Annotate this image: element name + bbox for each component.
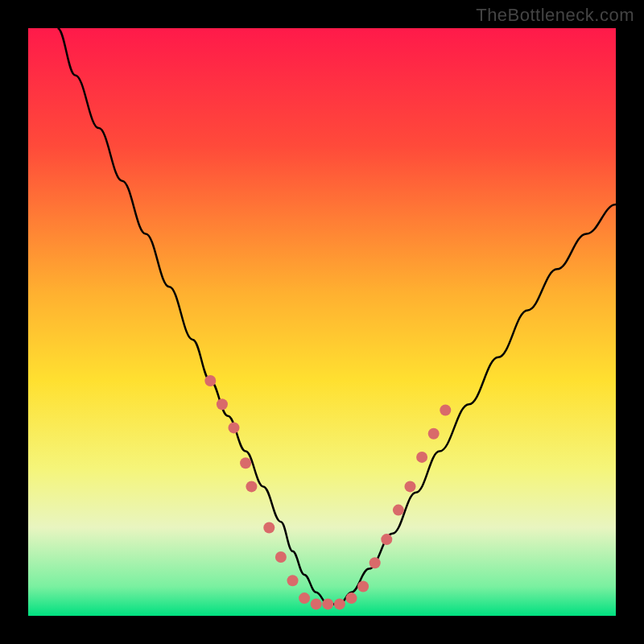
highlight-dot (393, 505, 404, 516)
highlight-dot (405, 481, 416, 492)
highlight-dot (263, 522, 275, 534)
highlight-dot (246, 481, 257, 492)
highlight-dot (416, 452, 427, 463)
highlight-dot (440, 405, 451, 416)
highlight-dot (229, 422, 240, 433)
highlight-dot (322, 598, 333, 609)
highlight-dot (428, 428, 440, 440)
highlight-dot (240, 457, 251, 469)
highlight-dot (217, 398, 228, 410)
highlight-dot (287, 575, 299, 586)
chart-background (28, 28, 616, 616)
highlight-dot (369, 557, 381, 568)
highlight-dot (275, 551, 287, 563)
highlight-dot (299, 592, 310, 604)
highlight-dot (346, 592, 357, 604)
chart-svg (28, 28, 616, 616)
highlight-dot (334, 598, 345, 609)
highlight-dot (357, 581, 369, 592)
highlight-dot (381, 534, 392, 545)
chart-plot-area (28, 28, 616, 616)
highlight-dot (204, 375, 216, 386)
highlight-dot (311, 598, 322, 609)
watermark-text: TheBottleneck.com (476, 5, 634, 26)
